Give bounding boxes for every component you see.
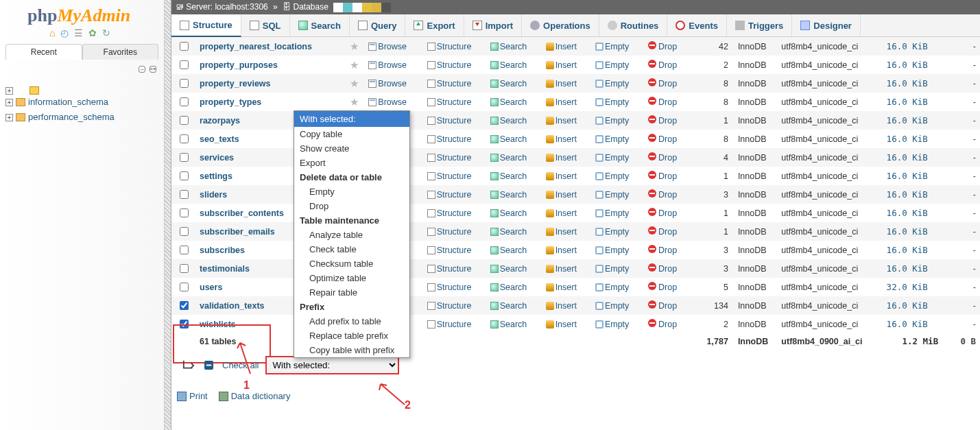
nav-collapse-handle[interactable]: [165, 0, 171, 430]
logout-icon[interactable]: ◴: [60, 27, 69, 38]
action-insert[interactable]: Insert: [546, 264, 577, 274]
action-structure[interactable]: Structure: [427, 79, 472, 88]
action-search[interactable]: Search: [490, 60, 527, 70]
home-icon[interactable]: ⌂: [49, 27, 55, 38]
print-link[interactable]: Print: [177, 391, 208, 401]
action-insert[interactable]: Insert: [546, 283, 577, 292]
row-checkbox[interactable]: [180, 264, 189, 273]
logo[interactable]: phpMyAdmin: [0, 0, 164, 26]
menu-checksum[interactable]: Checksum table: [294, 256, 409, 271]
action-empty[interactable]: Empty: [595, 246, 629, 255]
action-search[interactable]: Search: [490, 283, 527, 292]
breadcrumb-server[interactable]: localhost:3306: [215, 2, 267, 12]
action-structure[interactable]: Structure: [427, 60, 472, 70]
with-selected-dropdown[interactable]: With selected:: [265, 356, 399, 374]
action-empty[interactable]: Empty: [595, 301, 629, 311]
menu-show-create[interactable]: Show create: [294, 141, 409, 156]
tab-structure[interactable]: Structure: [171, 14, 241, 37]
row-checkbox[interactable]: [180, 283, 189, 291]
action-browse[interactable]: Browse: [368, 42, 407, 51]
action-insert[interactable]: Insert: [546, 227, 577, 237]
menu-copy-table[interactable]: Copy table: [294, 127, 409, 141]
action-empty[interactable]: Empty: [595, 42, 629, 51]
menu-analyze[interactable]: Analyze table: [294, 228, 409, 242]
action-empty[interactable]: Empty: [595, 60, 629, 70]
action-drop[interactable]: Drop: [648, 283, 678, 292]
action-structure[interactable]: Structure: [427, 134, 472, 144]
tab-designer[interactable]: Designer: [792, 14, 861, 36]
data-dictionary-link[interactable]: Data dictionary: [219, 391, 291, 401]
action-structure[interactable]: Structure: [427, 246, 472, 255]
tab-import[interactable]: Import: [464, 14, 522, 36]
action-insert[interactable]: Insert: [546, 190, 577, 200]
action-search[interactable]: Search: [490, 227, 527, 237]
table-name-link[interactable]: property_types: [200, 97, 261, 107]
action-insert[interactable]: Insert: [546, 60, 577, 70]
action-structure[interactable]: Structure: [427, 153, 472, 163]
table-name-link[interactable]: services: [200, 153, 234, 163]
action-search[interactable]: Search: [490, 171, 527, 181]
table-name-link[interactable]: sliders: [200, 190, 227, 200]
menu-add-prefix[interactable]: Add prefix to table: [294, 314, 409, 329]
action-structure[interactable]: Structure: [427, 264, 472, 274]
table-name-link[interactable]: subscriber_emails: [200, 227, 275, 237]
action-insert[interactable]: Insert: [546, 97, 577, 107]
action-empty[interactable]: Empty: [595, 171, 629, 181]
action-structure[interactable]: Structure: [427, 320, 472, 329]
action-search[interactable]: Search: [490, 208, 527, 218]
action-browse[interactable]: Browse: [368, 79, 407, 88]
action-empty[interactable]: Empty: [595, 208, 629, 218]
action-drop[interactable]: Drop: [648, 42, 678, 51]
action-drop[interactable]: Drop: [648, 153, 678, 163]
row-checkbox[interactable]: [180, 42, 189, 51]
action-structure[interactable]: Structure: [427, 171, 472, 181]
tab-export[interactable]: Export: [405, 14, 464, 36]
action-drop[interactable]: Drop: [648, 134, 678, 144]
action-empty[interactable]: Empty: [595, 190, 629, 200]
menu-export[interactable]: Export: [294, 156, 409, 170]
row-checkbox[interactable]: [180, 134, 189, 143]
action-empty[interactable]: Empty: [595, 116, 629, 126]
action-drop[interactable]: Drop: [648, 79, 678, 88]
menu-optimize[interactable]: Optimize table: [294, 271, 409, 285]
db-information-schema[interactable]: information_schema: [28, 95, 108, 110]
tab-events[interactable]: Events: [667, 14, 727, 36]
table-name-link[interactable]: validation_texts: [200, 301, 264, 311]
action-insert[interactable]: Insert: [546, 246, 577, 255]
action-empty[interactable]: Empty: [595, 283, 629, 292]
reload-icon[interactable]: ↻: [102, 27, 110, 38]
action-browse[interactable]: Browse: [368, 60, 407, 70]
row-checkbox[interactable]: [180, 227, 189, 236]
row-checkbox[interactable]: [180, 320, 189, 329]
action-insert[interactable]: Insert: [546, 116, 577, 126]
action-empty[interactable]: Empty: [595, 264, 629, 274]
action-search[interactable]: Search: [490, 264, 527, 274]
db-performance-schema[interactable]: performance_schema: [28, 110, 115, 125]
tab-triggers[interactable]: Triggers: [727, 14, 792, 36]
action-drop[interactable]: Drop: [648, 320, 678, 329]
favorite-star-icon[interactable]: ★: [350, 96, 359, 108]
tab-routines[interactable]: Routines: [599, 14, 668, 36]
action-drop[interactable]: Drop: [648, 227, 678, 237]
action-search[interactable]: Search: [490, 116, 527, 126]
check-all-checkbox[interactable]: [204, 361, 213, 370]
action-search[interactable]: Search: [490, 320, 527, 329]
tab-search[interactable]: Search: [290, 14, 350, 36]
row-checkbox[interactable]: [180, 190, 189, 199]
menu-replace-prefix[interactable]: Replace table prefix: [294, 329, 409, 343]
action-empty[interactable]: Empty: [595, 153, 629, 163]
action-insert[interactable]: Insert: [546, 320, 577, 329]
menu-drop[interactable]: Drop: [294, 199, 409, 213]
expand-icon[interactable]: +: [5, 99, 13, 106]
favorite-star-icon[interactable]: ★: [350, 77, 359, 89]
action-search[interactable]: Search: [490, 301, 527, 311]
table-name-link[interactable]: users: [200, 283, 222, 292]
row-checkbox[interactable]: [180, 208, 189, 217]
docs-icon[interactable]: ☰: [74, 27, 83, 38]
breadcrumb-database[interactable]: Database: [293, 2, 328, 12]
table-name-link[interactable]: property_reviews: [200, 79, 271, 88]
collapse-tree-icon[interactable]: –: [139, 66, 145, 73]
row-checkbox[interactable]: [180, 171, 189, 180]
favorite-star-icon[interactable]: ★: [350, 59, 359, 71]
action-structure[interactable]: Structure: [427, 283, 472, 292]
